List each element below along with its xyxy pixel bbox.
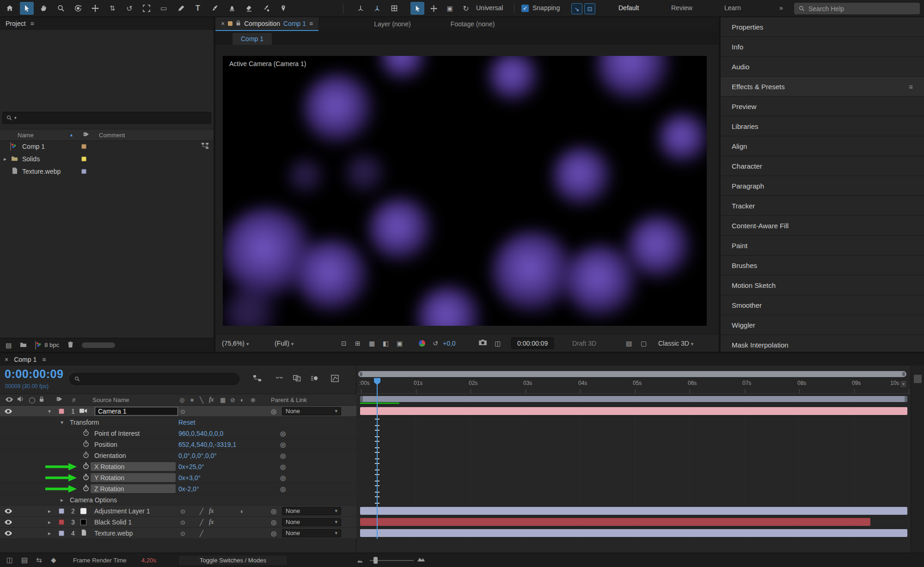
- chevron-right-icon[interactable]: ▸: [48, 519, 51, 525]
- track-row[interactable]: [356, 494, 911, 506]
- toggle-modes-pane-icon[interactable]: ▤: [21, 556, 28, 564]
- sidebar-item-effects-presets[interactable]: Effects & Presets≡: [721, 77, 924, 97]
- show-snapshot-icon[interactable]: ◫: [495, 340, 501, 347]
- sidebar-item-wiggler[interactable]: Wiggler: [721, 315, 924, 335]
- region-of-interest-icon[interactable]: ▣: [397, 340, 403, 347]
- sidebar-item-paragraph[interactable]: Paragraph: [721, 176, 924, 196]
- sidebar-item-smoother[interactable]: Smoother: [721, 295, 924, 315]
- new-folder-icon[interactable]: [20, 341, 27, 349]
- quality-switch-icon[interactable]: ╱: [200, 507, 203, 514]
- track-row[interactable]: [356, 406, 911, 417]
- motion-blur-icon[interactable]: [311, 375, 318, 383]
- pickwhip-icon[interactable]: ◎: [271, 530, 276, 537]
- layer-duration-bar[interactable]: [360, 518, 870, 526]
- index-column-label[interactable]: #: [72, 396, 75, 403]
- clone-stamp-tool[interactable]: [225, 2, 239, 15]
- sidebar-item-brushes[interactable]: Brushes: [721, 256, 924, 275]
- fast-previews-icon[interactable]: ▤: [626, 340, 632, 347]
- graph-editor-icon[interactable]: [331, 375, 339, 384]
- zoom-tool[interactable]: [54, 2, 68, 15]
- timeline-search-input[interactable]: [83, 376, 221, 383]
- panel-menu-icon[interactable]: ≡: [31, 20, 34, 27]
- toggle-switches-pane-icon[interactable]: ◫: [6, 556, 13, 564]
- comp-marker-bin[interactable]: ▾: [900, 380, 907, 388]
- chevron-right-icon[interactable]: ▸: [4, 156, 6, 162]
- column-comment[interactable]: Comment: [99, 132, 125, 139]
- parent-select[interactable]: None▾: [282, 507, 341, 515]
- property-value[interactable]: 0x+3,0°: [178, 474, 201, 482]
- project-column-header[interactable]: Name ▲ Comment: [0, 129, 214, 141]
- frame-blend-column-icon[interactable]: ▦: [220, 396, 226, 403]
- property-row-position[interactable]: Position 652,4,540,0,-3319,1 ◎: [0, 439, 356, 450]
- layer-color-chip[interactable]: [59, 408, 64, 414]
- adjustment-column-icon[interactable]: ◐: [240, 396, 244, 403]
- motion-blur-column-icon[interactable]: ⊘: [230, 396, 235, 403]
- reset-exposure-icon[interactable]: ↺: [433, 340, 438, 347]
- camera-options-row[interactable]: ▸ Camera Options: [0, 494, 356, 506]
- source-name-column-label[interactable]: Source Name: [92, 396, 129, 403]
- chevron-right-icon[interactable]: ▸: [48, 530, 51, 537]
- eye-icon[interactable]: [5, 408, 12, 415]
- add-marker-icon[interactable]: ◆: [51, 556, 56, 564]
- color-label-chip[interactable]: [81, 144, 86, 149]
- axis-world-icon[interactable]: [370, 2, 384, 15]
- track-area[interactable]: [356, 406, 911, 539]
- draft-3d-button[interactable]: Draft 3D: [572, 340, 596, 347]
- effects-switch-label[interactable]: fx: [209, 518, 214, 526]
- property-row-point-of-interest[interactable]: Point of Interest 960,0,540,0,0,0 ◎: [0, 428, 356, 439]
- dolly-camera-tool[interactable]: ⇅: [105, 2, 119, 15]
- zoom-in-mountain-icon[interactable]: [417, 555, 425, 564]
- layer-name[interactable]: Black Solid 1: [94, 518, 132, 526]
- quality-switch-icon[interactable]: ╱: [200, 518, 203, 525]
- pickwhip-icon[interactable]: ◎: [280, 474, 286, 482]
- roto-brush-tool[interactable]: [259, 2, 273, 15]
- property-value[interactable]: 0,0°,0,0°,0,0°: [178, 452, 217, 459]
- audio-column-icon[interactable]: [18, 396, 23, 403]
- shy-column-icon[interactable]: ◎: [179, 396, 184, 403]
- property-row-orientation[interactable]: Orientation 0,0°,0,0°,0,0° ◎: [0, 450, 356, 461]
- snap-to-features-icon[interactable]: ↘: [571, 3, 582, 14]
- chevron-down-icon[interactable]: ▾: [61, 419, 63, 426]
- sidebar-item-content-aware-fill[interactable]: Content-Aware Fill: [721, 216, 924, 236]
- pickwhip-icon[interactable]: ◎: [271, 507, 276, 515]
- renderer-select[interactable]: Classic 3D ▾: [658, 340, 693, 347]
- transform-group-row[interactable]: ▾ Transform Reset: [0, 417, 356, 428]
- sidebar-item-properties[interactable]: Properties: [721, 17, 924, 37]
- rectangle-tool[interactable]: ▭: [157, 2, 171, 15]
- mask-visibility-icon[interactable]: ◧: [383, 340, 389, 347]
- snapshot-camera-icon[interactable]: [479, 340, 487, 347]
- pickwhip-icon[interactable]: ◎: [280, 441, 286, 448]
- property-name[interactable]: Point of Interest: [94, 430, 140, 437]
- tab-composition[interactable]: × Composition Comp 1 ≡: [215, 17, 318, 31]
- project-search[interactable]: ▾: [2, 112, 211, 124]
- resolution-select[interactable]: (Full) ▾: [275, 340, 294, 347]
- close-icon[interactable]: ×: [221, 20, 225, 27]
- viewer-timecode[interactable]: 0:00:00:09: [511, 337, 554, 349]
- mini-flowchart-icon[interactable]: [253, 375, 262, 383]
- transparency-grid-icon[interactable]: ▦: [369, 340, 375, 347]
- track-row[interactable]: [356, 461, 911, 472]
- sidebar-item-paint[interactable]: Paint: [721, 236, 924, 256]
- property-value[interactable]: 960,0,540,0,0,0: [178, 430, 223, 437]
- parent-select[interactable]: None▾: [282, 407, 341, 415]
- timeline-search[interactable]: [69, 373, 239, 385]
- track-row[interactable]: [356, 506, 911, 517]
- time-ruler[interactable]: :00s 01s 02s 03s 04s 05s 06s 07s 08s 09s…: [356, 378, 911, 394]
- solo-column-icon[interactable]: ◯: [29, 396, 36, 403]
- property-name[interactable]: Position: [94, 441, 117, 448]
- help-search-input[interactable]: [808, 5, 901, 12]
- toggle-time-panes-icon[interactable]: ⇆: [36, 556, 42, 564]
- pickwhip-icon[interactable]: ◎: [280, 485, 286, 493]
- pickwhip-icon[interactable]: ◎: [271, 518, 276, 526]
- track-row[interactable]: [356, 472, 911, 483]
- hand-tool[interactable]: [37, 2, 51, 15]
- stopwatch-icon[interactable]: [83, 473, 89, 482]
- stopwatch-icon[interactable]: [83, 484, 89, 493]
- shy-switch-icon[interactable]: ⊙: [180, 530, 185, 537]
- flowchart-icon[interactable]: [202, 143, 208, 150]
- eye-icon[interactable]: [5, 507, 12, 515]
- sidebar-item-mask-interpolation[interactable]: Mask Interpolation: [721, 335, 924, 352]
- quality-switch-icon[interactable]: ╱: [200, 530, 203, 537]
- timeline-tab-label[interactable]: Comp 1: [14, 356, 37, 363]
- chevron-right-icon[interactable]: ▸: [48, 508, 51, 514]
